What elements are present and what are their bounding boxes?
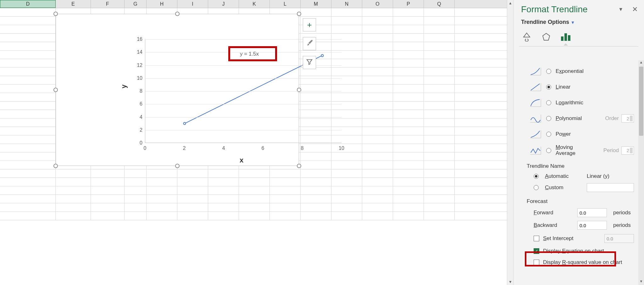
name-custom-input[interactable] — [587, 183, 634, 192]
data-point[interactable] — [183, 122, 186, 125]
radio-exponential[interactable] — [546, 69, 551, 74]
equation-highlight — [228, 46, 277, 61]
period-spinner: 2 — [621, 146, 634, 155]
chart-handle-top-right[interactable] — [297, 12, 301, 16]
radio-power[interactable] — [546, 132, 551, 137]
exponential-icon — [529, 66, 542, 77]
x-tick: 6 — [262, 145, 264, 151]
chart-filters-button[interactable] — [303, 56, 316, 69]
forecast-section: Forecast — [515, 194, 637, 206]
pane-close-icon[interactable]: ✕ — [632, 5, 638, 14]
x-tick: 2 — [183, 145, 186, 151]
y-tick: 10 — [133, 75, 142, 81]
column-header-J[interactable]: J — [208, 0, 239, 8]
forecast-backward-row: Backward periods — [515, 219, 637, 232]
column-headers: DEFGHIJKLMNOPQ — [0, 0, 507, 8]
column-header-H[interactable]: H — [147, 0, 177, 8]
chart-styles-button[interactable] — [303, 37, 316, 50]
column-header-I[interactable]: I — [177, 0, 208, 8]
period-label: Period — [603, 147, 619, 154]
column-header-Q[interactable]: Q — [424, 0, 455, 8]
option-exponential[interactable]: Exponential — [515, 63, 637, 79]
svg-line-5 — [531, 84, 540, 90]
svg-marker-1 — [543, 33, 550, 40]
power-icon — [529, 129, 542, 140]
chart-handle-bot-mid[interactable] — [175, 164, 180, 168]
y-tick: 14 — [133, 49, 142, 55]
name-automatic-value: Linear (y) — [587, 173, 634, 179]
column-header-M[interactable]: M — [301, 0, 331, 8]
column-header-N[interactable]: N — [331, 0, 362, 8]
x-axis-label[interactable]: x — [240, 156, 243, 164]
option-polynomial[interactable]: Polynomial Order 2 — [515, 111, 637, 126]
brush-icon — [306, 39, 313, 48]
chart-handle-top-mid[interactable] — [175, 12, 180, 16]
svg-line-0 — [185, 56, 322, 124]
chart-handle-top-left[interactable] — [53, 12, 58, 16]
radio-name-automatic[interactable] — [534, 174, 539, 179]
chart-object[interactable]: y x y = 1.5x 02468101214160246810 — [56, 14, 299, 166]
pane-scroll-thumb[interactable] — [639, 67, 643, 136]
logarithmic-icon — [529, 97, 542, 108]
scroll-up-icon[interactable]: ▲ — [507, 0, 514, 6]
radio-name-custom[interactable] — [534, 185, 539, 190]
sheet-scrollbar[interactable]: ▲ ▼ — [507, 0, 513, 285]
pane-options-dropdown-icon[interactable]: ▼ — [618, 7, 623, 12]
x-tick: 8 — [301, 145, 304, 151]
pane-body: Exponential Linear Logarithmic Polynomia… — [514, 60, 644, 285]
pane-scrollbar[interactable]: ▲ ▼ — [638, 60, 644, 285]
column-header-G[interactable]: G — [125, 0, 147, 8]
format-trendline-pane: Format Trendline ▼ ✕ Trendline Options ▾… — [513, 0, 644, 285]
name-automatic-row[interactable]: Automatic Linear (y) — [515, 171, 637, 181]
column-header-F[interactable]: F — [91, 0, 125, 8]
pane-subtitle[interactable]: Trendline Options ▾ — [514, 16, 644, 28]
column-header-L[interactable]: L — [270, 0, 301, 8]
order-spinner: 2 — [621, 114, 634, 123]
tab-effects[interactable] — [541, 31, 552, 42]
option-logarithmic[interactable]: Logarithmic — [515, 95, 637, 111]
column-header-D[interactable]: D — [0, 0, 56, 8]
y-tick: 6 — [133, 101, 142, 107]
y-tick: 16 — [133, 36, 142, 42]
svg-rect-2 — [561, 36, 564, 41]
pane-tabs — [514, 28, 644, 42]
name-custom-row[interactable]: Custom — [515, 181, 637, 194]
pane-scroll-down-icon[interactable]: ▼ — [638, 279, 644, 285]
tab-series-options[interactable] — [560, 31, 571, 42]
linear-icon — [529, 82, 542, 92]
option-moving-average[interactable]: MovingAverage Period 2 — [515, 142, 637, 159]
data-point[interactable] — [321, 54, 324, 57]
checkbox-set-intercept[interactable] — [534, 236, 539, 241]
polynomial-icon — [529, 113, 542, 124]
radio-linear[interactable] — [546, 85, 551, 90]
forward-input[interactable] — [577, 208, 607, 217]
y-axis-label[interactable]: y — [120, 85, 128, 88]
chart-elements-button[interactable]: + — [303, 18, 316, 31]
column-header-P[interactable]: P — [393, 0, 424, 8]
plus-icon: + — [307, 20, 312, 30]
chart-handle-bot-left[interactable] — [53, 164, 58, 168]
trendline-name-section: Trendline Name — [515, 159, 637, 171]
tab-fill-line[interactable] — [521, 31, 532, 42]
set-intercept-row[interactable]: Set Intercept — [515, 232, 637, 245]
backward-input[interactable] — [577, 221, 607, 230]
pane-scroll-up-icon[interactable]: ▲ — [638, 60, 644, 66]
chart-tool-buttons: + — [303, 18, 316, 75]
scroll-down-icon[interactable]: ▼ — [507, 279, 514, 285]
option-linear[interactable]: Linear — [515, 79, 637, 95]
option-power[interactable]: Power — [515, 126, 637, 142]
radio-polynomial[interactable] — [546, 116, 551, 121]
y-tick: 0 — [133, 140, 142, 146]
forward-unit: periods — [613, 210, 634, 216]
column-header-O[interactable]: O — [362, 0, 393, 8]
chart-handle-mid-left[interactable] — [53, 88, 58, 92]
radio-moving-average[interactable] — [546, 148, 551, 153]
column-header-K[interactable]: K — [239, 0, 270, 8]
chart-handle-bot-right[interactable] — [297, 164, 301, 168]
x-tick: 0 — [144, 145, 147, 151]
y-tick: 4 — [133, 114, 142, 120]
x-tick: 4 — [222, 145, 225, 151]
radio-logarithmic[interactable] — [546, 100, 551, 105]
pane-title: Format Trendline — [521, 4, 618, 14]
column-header-E[interactable]: E — [56, 0, 91, 8]
